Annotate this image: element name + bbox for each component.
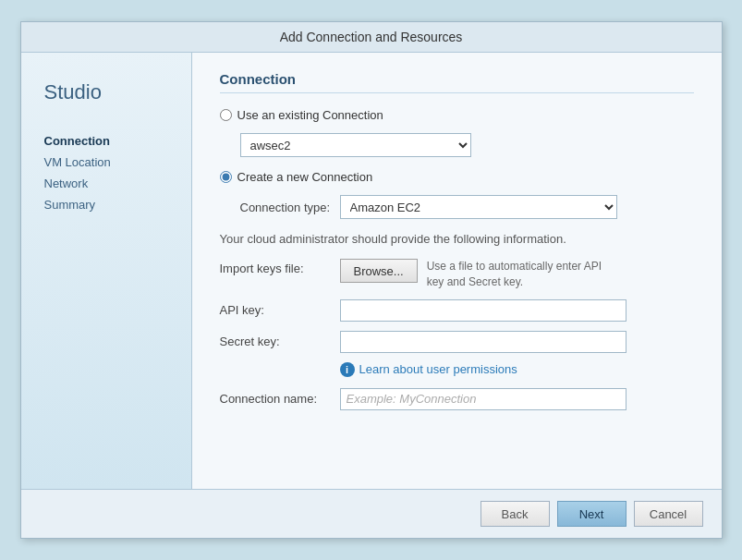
secret-key-input[interactable] — [340, 331, 626, 353]
learn-link-text: Learn about user permissions — [359, 362, 517, 376]
use-existing-group: Use an existing Connection — [220, 108, 694, 122]
connection-name-input[interactable] — [340, 388, 626, 410]
connection-name-label: Connection name: — [220, 392, 340, 406]
import-keys-label: Import keys file: — [220, 259, 340, 275]
sidebar-item-network[interactable]: Network — [44, 173, 173, 194]
connection-type-select[interactable]: Amazon EC2 — [340, 195, 617, 219]
use-existing-radio[interactable] — [220, 109, 232, 121]
cancel-button[interactable]: Cancel — [634, 501, 703, 527]
api-key-label: API key: — [220, 303, 340, 317]
use-existing-radio-label[interactable]: Use an existing Connection — [220, 108, 383, 122]
api-key-row: API key: — [220, 299, 694, 322]
sidebar-item-summary[interactable]: Summary — [44, 194, 173, 215]
browse-button[interactable]: Browse... — [340, 259, 418, 283]
info-text: Your cloud administrator should provide … — [220, 232, 694, 246]
browse-hint: Use a file to automatically enter API ke… — [427, 259, 612, 290]
create-new-radio-label[interactable]: Create a new Connection — [220, 170, 373, 184]
info-icon: i — [340, 362, 355, 377]
section-title: Connection — [220, 71, 694, 93]
sidebar-nav: Connection VM Location Network Summary — [44, 130, 173, 215]
api-key-input[interactable] — [340, 299, 626, 322]
learn-link[interactable]: i Learn about user permissions — [340, 362, 694, 377]
sidebar-item-connection[interactable]: Connection — [44, 130, 173, 152]
dialog-body: Studio Connection VM Location Network Su… — [21, 53, 722, 489]
secret-key-row: Secret key: — [220, 331, 694, 353]
sidebar: Studio Connection VM Location Network Su… — [21, 53, 192, 489]
connection-type-row: Connection type: Amazon EC2 — [240, 195, 694, 219]
secret-key-label: Secret key: — [220, 335, 340, 348]
create-new-group: Create a new Connection — [220, 170, 694, 184]
create-new-label: Create a new Connection — [237, 170, 373, 184]
existing-connection-select[interactable]: awsec2 — [240, 133, 471, 157]
app-title: Studio — [44, 80, 173, 104]
footer: Back Next Cancel — [21, 489, 722, 538]
existing-connection-dropdown-row: awsec2 — [240, 133, 694, 157]
browse-area: Browse... Use a file to automatically en… — [340, 259, 612, 290]
connection-type-label: Connection type: — [240, 201, 340, 214]
sidebar-item-vm-location[interactable]: VM Location — [44, 152, 173, 173]
create-new-radio[interactable] — [220, 171, 232, 183]
use-existing-label: Use an existing Connection — [237, 108, 383, 122]
connection-name-row: Connection name: — [220, 388, 694, 410]
next-button[interactable]: Next — [557, 501, 626, 527]
dialog-title: Add Connection and Resources — [21, 22, 722, 53]
main-content: Connection Use an existing Connection aw… — [192, 53, 722, 489]
import-keys-row: Import keys file: Browse... Use a file t… — [220, 259, 694, 290]
dialog: Add Connection and Resources Studio Conn… — [20, 21, 723, 539]
back-button[interactable]: Back — [480, 501, 550, 527]
